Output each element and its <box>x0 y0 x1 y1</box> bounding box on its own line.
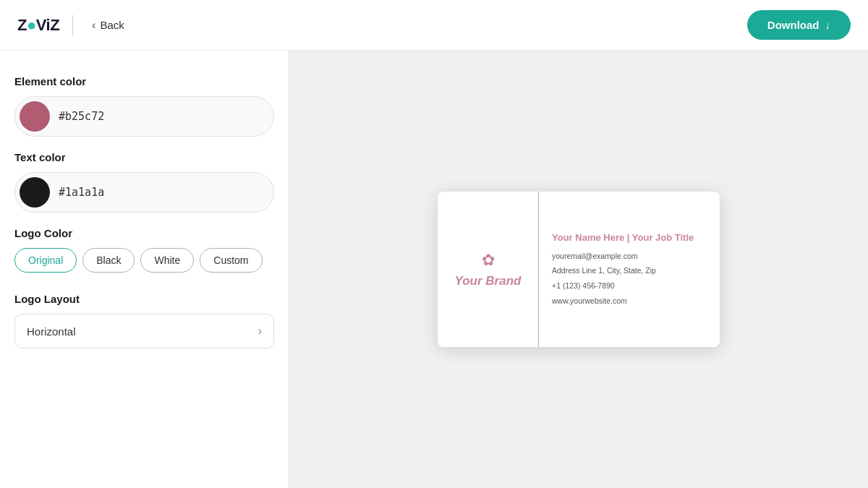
card-email: youremail@example.com <box>552 251 707 262</box>
app-logo: Z●ViZ <box>17 16 59 35</box>
download-label: Download <box>767 19 820 31</box>
logo-color-black[interactable]: Black <box>82 248 135 273</box>
card-preview-area: ✿ Your Brand Your Name Here | Your Job T… <box>289 51 868 488</box>
element-color-hex: #b25c72 <box>59 110 104 123</box>
logo-color-group: Original Black White Custom <box>14 248 274 273</box>
text-color-label: Text color <box>14 151 274 163</box>
card-website: www.yourwebsite.com <box>552 296 707 307</box>
header-left: Z●ViZ ‹ Back <box>17 15 130 35</box>
app-header: Z●ViZ ‹ Back Download ↓ <box>0 0 868 51</box>
download-icon: ↓ <box>825 19 831 31</box>
text-color-hex: #1a1a1a <box>59 186 104 199</box>
business-card: ✿ Your Brand Your Name Here | Your Job T… <box>438 192 720 347</box>
card-address: Address Line 1, City, State, Zip <box>552 265 707 277</box>
logo-layout-row[interactable]: Horizontal › <box>14 314 274 348</box>
logo-text: Z●ViZ <box>17 16 59 35</box>
back-label: Back <box>100 19 124 31</box>
card-brand-text: Your Brand <box>455 274 522 288</box>
logo-color-original[interactable]: Original <box>14 248 77 273</box>
chevron-right-icon: › <box>258 325 262 338</box>
logo-color-custom[interactable]: Custom <box>200 248 262 273</box>
logo-color-white[interactable]: White <box>140 248 194 273</box>
card-name-line: Your Name Here | Your Job Title <box>552 232 707 243</box>
header-divider <box>72 15 73 35</box>
logo-layout-value: Horizontal <box>27 325 76 338</box>
element-color-swatch[interactable] <box>20 101 50 132</box>
main-layout: Element color #b25c72 Text color #1a1a1a… <box>0 0 868 488</box>
card-logo-section: ✿ Your Brand <box>438 192 539 347</box>
card-phone: +1 (123) 456-7890 <box>552 281 707 292</box>
sidebar: Element color #b25c72 Text color #1a1a1a… <box>0 51 289 488</box>
logo-layout-label: Logo Layout <box>14 293 274 305</box>
card-brand-icon: ✿ <box>482 251 495 270</box>
card-brand: ✿ Your Brand <box>455 251 522 288</box>
element-color-row[interactable]: #b25c72 <box>14 96 274 137</box>
logo-color-label: Logo Color <box>14 227 274 239</box>
back-button[interactable]: ‹ Back <box>86 16 130 35</box>
sidebar-content: Element color #b25c72 Text color #1a1a1a… <box>0 51 289 366</box>
element-color-label: Element color <box>14 75 274 87</box>
text-color-row[interactable]: #1a1a1a <box>14 172 274 213</box>
chevron-left-icon: ‹ <box>92 19 95 32</box>
text-color-swatch[interactable] <box>20 177 50 207</box>
download-button[interactable]: Download ↓ <box>747 10 851 40</box>
card-info-section: Your Name Here | Your Job Title youremai… <box>539 192 720 347</box>
